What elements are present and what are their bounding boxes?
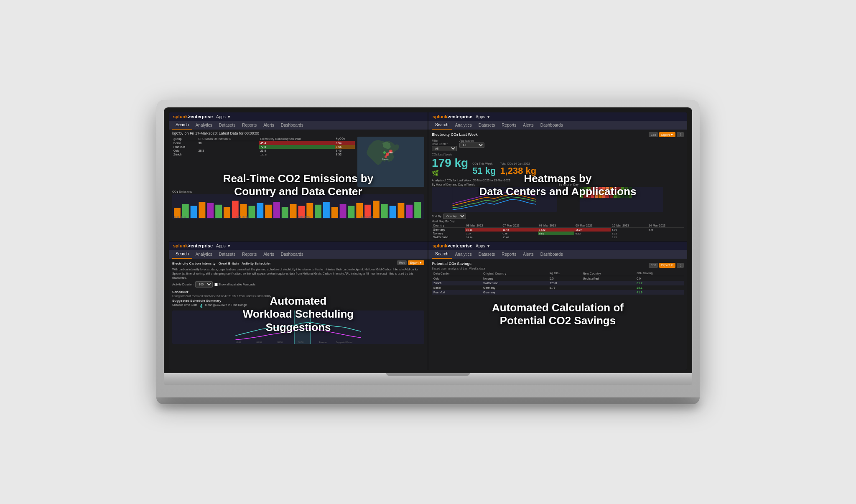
panel-3-overlay-label: Automated Workload Scheduling Suggestion…	[243, 295, 354, 334]
nav-search-1[interactable]: Search	[172, 121, 192, 130]
panel-4-overlay-label: Automated Calculation of Potential CO2 S…	[492, 301, 624, 327]
nav-analytics-2[interactable]: Analytics	[452, 121, 475, 129]
screen-bezel: splunk>enterprise Apps ▼ Search Analytic…	[164, 107, 692, 373]
panel-3-overlay: Automated Workload Scheduling Suggestion…	[169, 259, 428, 370]
nav-analytics-4[interactable]: Analytics	[452, 250, 475, 258]
panel-2-content: Electricity CO₂ Last Week Edit Export ▼ …	[428, 130, 687, 241]
panel-1-overlay: Real-Time CO2 Emissions by Country and D…	[169, 130, 428, 241]
splunk-logo-2: splunk>enterprise	[433, 114, 472, 119]
panel-1-navbar: Search Analytics Datasets Reports Alerts…	[169, 121, 428, 130]
nav-search-4[interactable]: Search	[432, 250, 452, 259]
panel-3-topbar: splunk>enterprise Apps ▼	[169, 242, 428, 250]
apps-menu-1[interactable]: Apps ▼	[216, 115, 231, 119]
nav-alerts-3[interactable]: Alerts	[260, 250, 278, 258]
nav-alerts-1[interactable]: Alerts	[260, 121, 278, 129]
panel-2-overlay-label: Heatmaps by Data Centers and Application…	[479, 172, 636, 198]
nav-datasets-3[interactable]: Datasets	[216, 250, 239, 258]
nav-reports-1[interactable]: Reports	[239, 121, 260, 129]
panel-2-overlay: Heatmaps by Data Centers and Application…	[428, 130, 687, 241]
nav-search-3[interactable]: Search	[172, 250, 192, 259]
nav-dashboards-1[interactable]: Dashboards	[278, 121, 307, 129]
laptop-foot	[156, 397, 700, 404]
nav-analytics-1[interactable]: Analytics	[192, 121, 216, 129]
nav-dashboards-4[interactable]: Dashboards	[537, 250, 566, 258]
panel-4-content: Potential CO₂ Savings Based upon analysi…	[428, 259, 687, 370]
nav-dashboards-2[interactable]: Dashboards	[537, 121, 566, 129]
nav-reports-4[interactable]: Reports	[498, 250, 520, 258]
nav-datasets-2[interactable]: Datasets	[475, 121, 498, 129]
panel-1-content: kgCO₂ on Fri 17-Mar-2023: Latest Data fo…	[169, 130, 428, 241]
nav-dashboards-3[interactable]: Dashboards	[278, 250, 307, 258]
laptop-container: splunk>enterprise Apps ▼ Search Analytic…	[156, 100, 700, 404]
panel-4-navbar: Search Analytics Datasets Reports Alerts…	[428, 250, 687, 259]
panel-2-topbar: splunk>enterprise Apps ▼	[428, 112, 687, 121]
panel-4-overlay: Automated Calculation of Potential CO2 S…	[428, 259, 687, 370]
laptop-base	[164, 373, 692, 385]
screen: splunk>enterprise Apps ▼ Search Analytic…	[169, 112, 687, 370]
apps-menu-4[interactable]: Apps ▼	[476, 244, 490, 248]
nav-reports-3[interactable]: Reports	[239, 250, 260, 258]
splunk-logo-4: splunk>enterprise	[433, 243, 472, 248]
nav-analytics-3[interactable]: Analytics	[192, 250, 216, 258]
panel-4-topbar: splunk>enterprise Apps ▼	[428, 242, 687, 250]
panel-2-navbar: Search Analytics Datasets Reports Alerts…	[428, 121, 687, 130]
panel-1-overlay-label: Real-Time CO2 Emissions by Country and D…	[223, 172, 373, 198]
nav-alerts-2[interactable]: Alerts	[520, 121, 537, 129]
apps-menu-2[interactable]: Apps ▼	[476, 115, 490, 119]
nav-reports-2[interactable]: Reports	[498, 121, 520, 129]
nav-search-2[interactable]: Search	[432, 121, 452, 130]
apps-menu-3[interactable]: Apps ▼	[216, 244, 231, 248]
splunk-logo-1: splunk>enterprise	[173, 114, 213, 119]
panel-realtime-co2: splunk>enterprise Apps ▼ Search Analytic…	[169, 112, 428, 241]
panel-co2-savings: splunk>enterprise Apps ▼ Search Analytic…	[428, 242, 687, 370]
splunk-logo-3: splunk>enterprise	[173, 243, 213, 248]
laptop-body: splunk>enterprise Apps ▼ Search Analytic…	[156, 100, 700, 397]
panel-1-topbar: splunk>enterprise Apps ▼	[169, 112, 428, 121]
panel-workload-scheduling: splunk>enterprise Apps ▼ Search Analytic…	[169, 242, 428, 370]
panel-heatmaps: splunk>enterprise Apps ▼ Search Analytic…	[428, 112, 687, 241]
panel-3-navbar: Search Analytics Datasets Reports Alerts…	[169, 250, 428, 259]
panel-3-content: Electricity Carbon Intensity - Great Bri…	[169, 259, 428, 370]
nav-datasets-1[interactable]: Datasets	[216, 121, 239, 129]
nav-datasets-4[interactable]: Datasets	[475, 250, 498, 258]
nav-alerts-4[interactable]: Alerts	[520, 250, 537, 258]
